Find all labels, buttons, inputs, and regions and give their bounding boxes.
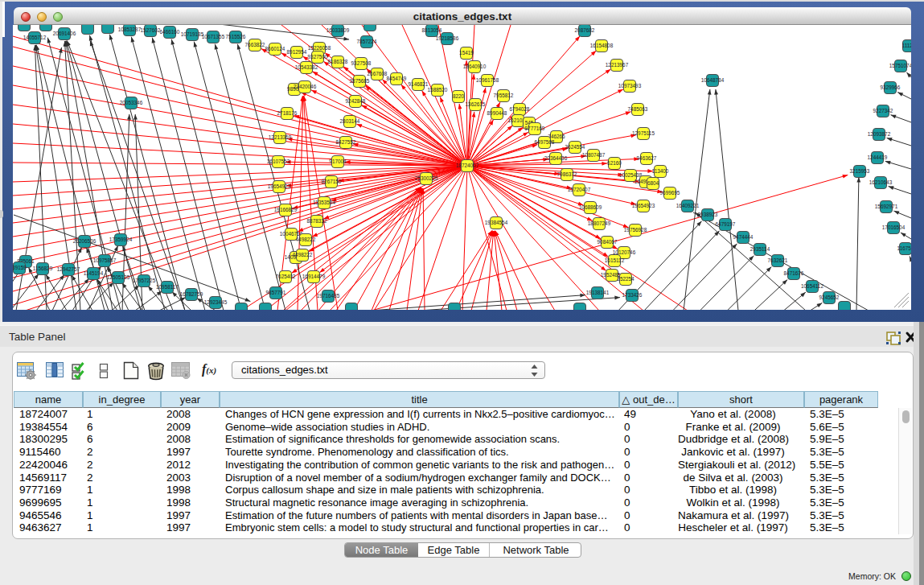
svg-text:9327508: 9327508 <box>351 60 372 66</box>
svg-text:17359924: 17359924 <box>109 237 133 242</box>
svg-text:12213967: 12213967 <box>606 62 629 68</box>
svg-text:25300235: 25300235 <box>415 175 438 181</box>
svg-text:18724007: 18724007 <box>456 163 479 168</box>
svg-text:9463627: 9463627 <box>637 155 657 161</box>
svg-text:2087682: 2087682 <box>575 27 595 33</box>
svg-text:1733426: 1733426 <box>622 292 643 298</box>
svg-text:16409221: 16409221 <box>676 203 700 208</box>
svg-text:9474444: 9474444 <box>733 234 754 240</box>
svg-text:9329966: 9329966 <box>881 84 901 90</box>
svg-text:9327500: 9327500 <box>308 54 328 60</box>
svg-text:917004: 917004 <box>329 159 347 164</box>
svg-text:39159: 39159 <box>13 265 27 270</box>
svg-text:1244419: 1244419 <box>868 154 888 160</box>
svg-text:1156829: 1156829 <box>33 266 53 271</box>
svg-text:10961758: 10961758 <box>476 77 499 83</box>
svg-text:4498222: 4498222 <box>293 252 313 257</box>
svg-text:20691406: 20691406 <box>53 31 76 36</box>
svg-text:8660124: 8660124 <box>265 46 285 51</box>
svg-text:11124: 11124 <box>902 43 911 48</box>
svg-text:7632621: 7632621 <box>768 257 788 263</box>
svg-text:18807249: 18807249 <box>588 220 611 226</box>
svg-text:10671355: 10671355 <box>202 34 225 39</box>
svg-text:2718176: 2718176 <box>277 110 298 116</box>
svg-text:6794028: 6794028 <box>510 106 530 112</box>
svg-text:16107553: 16107553 <box>267 159 290 164</box>
svg-text:8454749: 8454749 <box>387 76 407 81</box>
svg-text:9084067: 9084067 <box>598 239 618 245</box>
svg-text:7663822: 7663822 <box>245 42 265 47</box>
svg-text:2935114: 2935114 <box>750 246 770 252</box>
svg-text:7485063: 7485063 <box>628 106 648 112</box>
svg-text:8813054: 8813054 <box>422 27 442 33</box>
svg-text:20053346: 20053346 <box>120 100 143 105</box>
svg-text:7955812: 7955812 <box>494 93 514 98</box>
svg-text:12505135: 12505135 <box>107 274 130 280</box>
svg-text:12213369: 12213369 <box>269 134 292 140</box>
svg-text:9857791: 9857791 <box>266 290 286 295</box>
svg-text:15226058: 15226058 <box>308 45 331 51</box>
svg-text:10973493: 10973493 <box>618 83 642 89</box>
svg-text:15692971: 15692971 <box>875 204 898 209</box>
svg-text:11353594: 11353594 <box>313 200 335 205</box>
svg-text:9699695: 9699695 <box>660 190 680 196</box>
svg-text:19384554: 19384554 <box>485 220 508 225</box>
svg-text:3215953: 3215953 <box>850 168 870 174</box>
svg-text:116753: 116753 <box>897 245 911 251</box>
svg-text:1615112: 1615112 <box>605 257 625 263</box>
svg-text:12093872: 12093872 <box>868 131 891 137</box>
svg-text:3875685: 3875685 <box>350 78 370 84</box>
svg-text:10688609: 10688609 <box>579 204 602 210</box>
svg-text:8912954: 8912954 <box>287 49 307 55</box>
svg-text:7986372: 7986372 <box>557 171 577 177</box>
svg-text:12975115: 12975115 <box>632 130 655 136</box>
svg-text:16154808: 16154808 <box>590 43 614 48</box>
svg-text:8267150: 8267150 <box>322 179 342 184</box>
svg-text:6479197: 6479197 <box>716 221 736 227</box>
svg-text:10648784: 10648784 <box>701 77 725 83</box>
svg-text:19166829: 19166829 <box>274 207 298 212</box>
svg-text:8220: 8220 <box>453 93 465 99</box>
svg-text:7625402: 7625402 <box>276 274 296 279</box>
svg-text:26206536: 26206536 <box>73 238 97 244</box>
svg-text:16033809: 16033809 <box>326 27 350 33</box>
svg-text:9227342: 9227342 <box>873 108 893 113</box>
svg-text:8186328: 8186328 <box>328 59 348 64</box>
svg-text:10654112: 10654112 <box>801 283 823 289</box>
svg-text:7515526: 7515526 <box>226 34 246 39</box>
svg-text:3624554: 3624554 <box>565 144 585 150</box>
svg-text:8427552: 8427552 <box>336 139 356 145</box>
svg-text:9245652: 9245652 <box>819 295 840 300</box>
svg-text:14055712: 14055712 <box>23 35 47 40</box>
svg-text:15419: 15419 <box>459 50 474 56</box>
svg-text:16210643: 16210643 <box>869 179 893 185</box>
svg-text:15751074: 15751074 <box>889 63 911 68</box>
svg-text:2803144: 2803144 <box>340 118 360 124</box>
svg-text:1362615: 1362615 <box>466 101 486 107</box>
svg-text:12942757: 12942757 <box>57 266 80 272</box>
svg-text:15720407: 15720407 <box>568 187 591 192</box>
svg-text:17016504: 17016504 <box>882 225 906 230</box>
svg-text:113400: 113400 <box>652 168 669 174</box>
svg-text:17957225: 17957225 <box>133 278 156 283</box>
svg-text:8471676: 8471676 <box>784 270 804 276</box>
svg-text:252254: 252254 <box>617 276 634 282</box>
svg-text:1145194: 1145194 <box>84 270 104 276</box>
svg-text:1527602: 1527602 <box>141 27 161 33</box>
svg-text:10958117: 10958117 <box>156 284 179 290</box>
svg-text:62160: 62160 <box>607 160 622 166</box>
svg-text:6497568: 6497568 <box>535 139 555 145</box>
svg-text:10543382: 10543382 <box>295 64 318 70</box>
svg-text:10853287: 10853287 <box>118 27 142 32</box>
svg-text:19654923: 19654923 <box>268 183 291 189</box>
svg-text:10025438: 10025438 <box>619 172 643 178</box>
svg-text:9146821: 9146821 <box>409 81 429 87</box>
svg-text:10807487: 10807487 <box>582 152 606 158</box>
svg-text:19756928: 19756928 <box>624 227 647 233</box>
svg-text:19218586: 19218586 <box>436 35 459 41</box>
svg-text:2667608: 2667608 <box>368 71 388 76</box>
svg-text:10975857: 10975857 <box>93 257 117 263</box>
svg-text:6466160: 6466160 <box>160 29 180 35</box>
svg-text:19138141: 19138141 <box>586 290 610 295</box>
svg-text:9777169: 9777169 <box>525 126 545 131</box>
